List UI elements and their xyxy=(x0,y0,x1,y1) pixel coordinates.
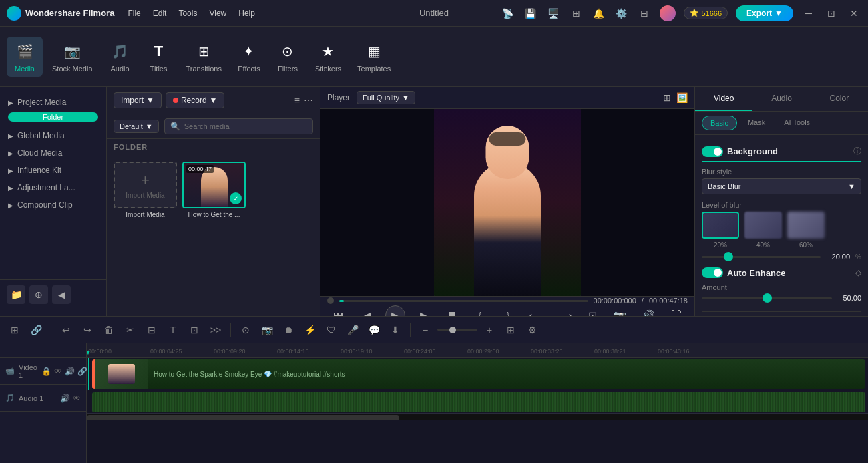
volume-icon[interactable]: 🔊 xyxy=(639,306,658,316)
sidebar-item-project-media[interactable]: ▶ Project Media xyxy=(0,94,106,111)
list-item[interactable]: 00:00:47 ✓ How to Get the ... xyxy=(182,162,246,309)
undo-button[interactable]: ↩ xyxy=(57,321,75,339)
shield-icon[interactable]: 🛡 xyxy=(322,321,341,339)
eye2-icon[interactable]: 👁 xyxy=(73,394,81,403)
apps-icon[interactable]: ⊟ xyxy=(637,6,652,21)
settings-icon[interactable]: ⚙️ xyxy=(614,6,629,21)
prev-frame-button[interactable]: ◀ xyxy=(357,306,376,316)
video-clip[interactable]: How to Get the Sparkle Smokey Eye 💎 #mak… xyxy=(92,359,865,389)
sidebar-item-compound-clip[interactable]: ▶ Compound Clip xyxy=(0,196,106,214)
zoom-in-button[interactable]: + xyxy=(480,321,499,339)
speaker-icon[interactable]: 🔊 xyxy=(65,367,75,376)
tool-templates[interactable]: ▦ Templates xyxy=(351,37,397,77)
menu-edit[interactable]: Edit xyxy=(153,9,167,18)
mark-out-button[interactable]: ⟶ xyxy=(555,306,574,316)
tab-color[interactable]: Color xyxy=(811,87,868,111)
import-button[interactable]: Import ▼ xyxy=(114,92,162,108)
folder-badge[interactable]: Folder xyxy=(8,112,98,122)
export-frame-icon[interactable]: ⊡ xyxy=(583,306,602,316)
link-icon[interactable]: 🔗 xyxy=(77,367,87,376)
fullscreen-icon[interactable]: ⛶ xyxy=(667,306,686,316)
sidebar-item-global-media[interactable]: ▶ Global Media xyxy=(0,127,106,144)
sidebar-item-influence-kit[interactable]: ▶ Influence Kit xyxy=(0,162,106,179)
grid-view-icon[interactable]: ⊞ xyxy=(663,92,671,103)
tab-video[interactable]: Video xyxy=(695,87,752,111)
blur-option-20[interactable]: 20% xyxy=(702,212,739,249)
notification-icon[interactable]: 🔔 xyxy=(592,6,606,21)
tool-filters[interactable]: ⊙ Filters xyxy=(270,37,306,77)
blur-slider[interactable] xyxy=(702,256,821,258)
auto-enhance-toggle[interactable] xyxy=(702,267,723,278)
default-select[interactable]: Default ▼ xyxy=(114,120,159,133)
scrubber-track[interactable] xyxy=(339,300,588,302)
camera-icon[interactable]: 📷 xyxy=(611,306,630,316)
blur-thumb-60[interactable] xyxy=(787,212,825,239)
grid-timeline-icon[interactable]: ⊞ xyxy=(501,321,520,339)
subtab-ai-tools[interactable]: AI Tools xyxy=(776,116,818,130)
tab-audio[interactable]: Audio xyxy=(752,87,810,111)
import-media-thumb[interactable]: + Import Media xyxy=(114,162,177,208)
rewind-button[interactable]: ⏮ xyxy=(329,306,348,316)
maximize-icon[interactable]: ⊡ xyxy=(824,6,839,21)
redo-button[interactable]: ↪ xyxy=(78,321,97,339)
menu-view[interactable]: View xyxy=(209,9,226,18)
snapshot-icon[interactable]: 🖼️ xyxy=(676,92,688,103)
menu-tools[interactable]: Tools xyxy=(178,9,197,18)
subtab-mask[interactable]: Mask xyxy=(740,116,773,130)
amount-slider[interactable] xyxy=(702,297,832,299)
blur-style-select[interactable]: Basic Blur ▼ xyxy=(702,178,861,194)
more-icon[interactable]: ⋯ xyxy=(304,95,313,106)
user-avatar[interactable] xyxy=(660,5,676,21)
delete-button[interactable]: 🗑 xyxy=(99,321,118,339)
blur-thumb-20[interactable] xyxy=(702,212,739,239)
blur-option-40[interactable]: 40% xyxy=(744,212,782,249)
cut-button[interactable]: ✂ xyxy=(121,321,140,339)
caption-icon[interactable]: 💬 xyxy=(365,321,383,339)
filter-icon[interactable]: ≡ xyxy=(294,95,300,106)
blur-thumb-40[interactable] xyxy=(744,212,782,239)
crop-button[interactable]: ⊡ xyxy=(185,321,204,339)
stop-button[interactable]: ⏹ xyxy=(443,306,461,316)
tool-media[interactable]: 🎬 Media xyxy=(7,37,43,77)
blur-option-60[interactable]: 60% xyxy=(787,212,825,249)
collapse-icon[interactable]: ◀ xyxy=(52,285,71,304)
menu-help[interactable]: Help xyxy=(238,9,255,18)
text-button[interactable]: T xyxy=(164,321,182,339)
tool-stock-media[interactable]: 📷 Stock Media xyxy=(45,37,99,77)
export-button[interactable]: Export ▼ xyxy=(736,5,793,21)
audio-clip[interactable] xyxy=(92,392,865,412)
list-item[interactable]: + Import Media Import Media xyxy=(114,162,177,309)
tool-effects[interactable]: ✦ Effects xyxy=(231,37,267,77)
minimize-icon[interactable]: ─ xyxy=(801,6,816,21)
tool-titles[interactable]: T Titles xyxy=(141,37,177,77)
settings2-icon[interactable]: ⚙ xyxy=(523,321,541,339)
new-folder-icon[interactable]: 📁 xyxy=(7,285,25,304)
video-thumbnail[interactable]: 00:00:47 ✓ xyxy=(182,162,246,208)
record-button[interactable]: Record ▼ xyxy=(166,92,225,108)
magnet-icon[interactable]: 🔗 xyxy=(27,321,45,339)
scroll-thumb[interactable] xyxy=(87,415,399,420)
lock-icon[interactable]: 🔒 xyxy=(41,367,51,376)
quality-select[interactable]: Full Quality ▼ xyxy=(357,91,415,104)
tool-audio[interactable]: 🎵 Audio xyxy=(102,37,138,77)
new-item-icon[interactable]: ⊕ xyxy=(29,285,48,304)
mic-icon[interactable]: 🎤 xyxy=(343,321,362,339)
tool-transitions[interactable]: ⊞ Transitions xyxy=(180,37,228,77)
subtab-basic[interactable]: Basic xyxy=(702,116,737,130)
next-frame-button[interactable]: ▶ xyxy=(415,306,433,316)
more-tools[interactable]: >> xyxy=(206,321,225,339)
eye-icon[interactable]: 👁 xyxy=(54,367,62,376)
save-icon[interactable]: 💾 xyxy=(523,6,538,21)
loop-icon[interactable]: ⊙ xyxy=(236,321,255,339)
speaker2-icon[interactable]: 🔊 xyxy=(60,394,70,403)
import2-icon[interactable]: ⬇ xyxy=(386,321,405,339)
menu-file[interactable]: File xyxy=(128,9,140,18)
close-icon[interactable]: ✕ xyxy=(847,6,861,21)
in-point-button[interactable]: { xyxy=(471,306,489,316)
zoom-track[interactable] xyxy=(437,329,477,331)
search-input[interactable] xyxy=(184,122,307,130)
sidebar-item-adjustment[interactable]: ▶ Adjustment La... xyxy=(0,179,106,196)
play-button[interactable]: ▶ xyxy=(385,305,405,316)
ai-icon[interactable]: ⚡ xyxy=(300,321,319,339)
record2-icon[interactable]: ⏺ xyxy=(279,321,298,339)
